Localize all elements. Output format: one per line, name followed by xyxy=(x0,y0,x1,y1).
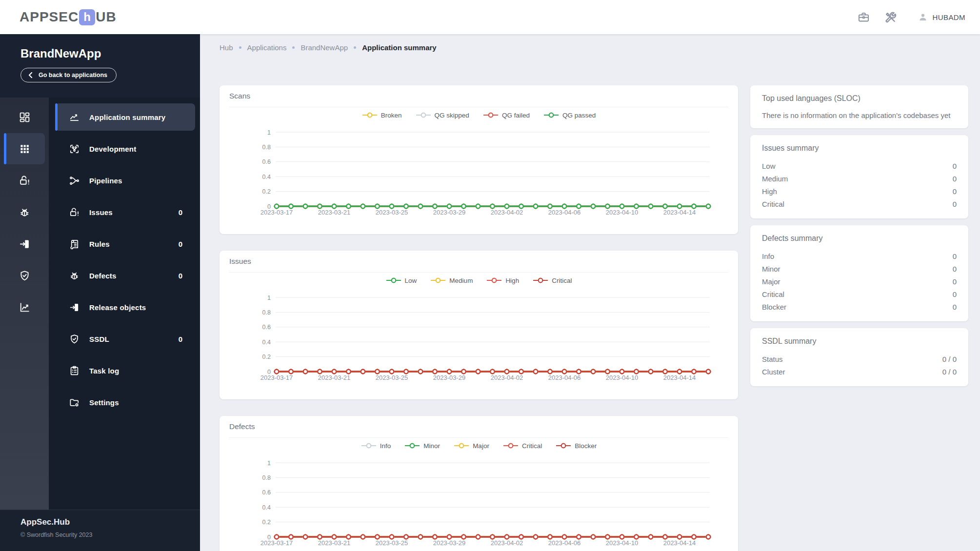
sidebar-item-release-objects[interactable]: Release objects xyxy=(55,294,195,321)
legend-label: Broken xyxy=(381,112,402,119)
svg-text:0.4: 0.4 xyxy=(262,339,271,346)
breadcrumb-separator xyxy=(292,46,295,49)
top-used-languages-sloc-panel: Top used languages (SLOC)There is no inf… xyxy=(750,85,968,128)
legend-marker-icon xyxy=(533,277,548,283)
tools-icon[interactable] xyxy=(884,11,897,24)
legend-marker-icon xyxy=(361,443,377,449)
legend-label: Minor xyxy=(423,442,440,450)
logo-text-left: APPSEC xyxy=(20,9,79,25)
legend-marker-icon xyxy=(430,277,446,283)
legend-item-medium[interactable]: Medium xyxy=(430,277,473,284)
summary-row-label: Critical xyxy=(762,198,784,211)
legend-label: Critical xyxy=(522,442,542,450)
sidebar-item-ssdl[interactable]: SSDL0 xyxy=(55,325,195,353)
shield-check-icon xyxy=(19,270,31,282)
sidebar-item-pipelines[interactable]: Pipelines xyxy=(55,167,195,194)
breadcrumb-separator xyxy=(354,46,356,49)
sidebar-item-task-log[interactable]: Task log xyxy=(55,357,195,384)
legend-marker-icon xyxy=(404,443,420,449)
summary-row-high: High0 xyxy=(762,185,957,198)
rail-item-unlock-alert[interactable] xyxy=(4,165,45,196)
app-logo[interactable]: APPSEC h UB xyxy=(20,9,117,25)
breadcrumb-application-summary: Application summary xyxy=(362,43,437,52)
summary-row-label: Medium xyxy=(762,173,788,185)
sidebar-item-development[interactable]: Development xyxy=(55,135,195,162)
back-to-applications-button[interactable]: Go back to applications xyxy=(20,68,117,82)
svg-text:0.6: 0.6 xyxy=(262,158,271,165)
legend-item-qg-skipped[interactable]: QG skipped xyxy=(416,112,469,119)
menu-item-label: Issues xyxy=(89,208,179,216)
svg-text:0.4: 0.4 xyxy=(262,174,271,180)
svg-text:2023-03-21: 2023-03-21 xyxy=(318,209,351,216)
sidebar-item-application-summary[interactable]: Application summary xyxy=(55,103,195,131)
shield-check-icon xyxy=(69,334,80,345)
svg-text:2023-03-21: 2023-03-21 xyxy=(318,539,351,547)
briefcase-icon[interactable] xyxy=(857,11,870,24)
breadcrumb-applications[interactable]: Applications xyxy=(247,43,287,52)
summary-row-label: Low xyxy=(762,160,776,173)
legend-label: Medium xyxy=(449,277,473,284)
rail-item-bug[interactable] xyxy=(4,197,45,228)
rail-item-chart-axes[interactable] xyxy=(4,292,45,323)
rail-item-exit[interactable] xyxy=(4,228,45,259)
legend-marker-icon xyxy=(454,443,469,449)
legend-item-critical[interactable]: Critical xyxy=(533,277,572,284)
legend-marker-icon xyxy=(362,112,378,118)
menu-item-label: Settings xyxy=(89,398,182,407)
summary-row-label: Minor xyxy=(762,263,780,276)
chevron-left-icon xyxy=(28,72,33,78)
legend-item-low[interactable]: Low xyxy=(386,277,417,284)
breadcrumb-hub[interactable]: Hub xyxy=(220,43,233,52)
unlock-alert-icon xyxy=(19,175,31,187)
issues-line-chart: 10.80.60.40.202023-03-172023-03-212023-0… xyxy=(229,288,728,386)
svg-text:2023-03-17: 2023-03-17 xyxy=(260,374,293,381)
svg-text:2023-03-25: 2023-03-25 xyxy=(376,374,408,381)
bug-icon xyxy=(69,270,80,281)
legend-item-info[interactable]: Info xyxy=(361,442,391,450)
legend-item-broken[interactable]: Broken xyxy=(362,112,402,119)
svg-text:2023-03-17: 2023-03-17 xyxy=(260,539,293,547)
summary-row-label: Info xyxy=(762,250,774,263)
sidebar-item-settings[interactable]: Settings xyxy=(55,389,195,416)
legend-label: High xyxy=(505,277,519,284)
logo-text-right: UB xyxy=(96,9,116,25)
legend-item-minor[interactable]: Minor xyxy=(404,442,440,450)
svg-text:2023-04-06: 2023-04-06 xyxy=(548,209,581,216)
legend-item-critical[interactable]: Critical xyxy=(503,442,542,450)
menu-item-label: Pipelines xyxy=(89,177,182,185)
topbar-actions: HUBADM xyxy=(857,11,965,24)
svg-text:2023-04-14: 2023-04-14 xyxy=(663,539,696,547)
panel-title: Top used languages (SLOC) xyxy=(762,94,957,103)
issues-summary-panel: Issues summaryLow0Medium0High0Critical0 xyxy=(750,135,968,218)
rail-item-grid[interactable] xyxy=(4,133,45,164)
summary-row-value: 0 xyxy=(953,198,957,211)
main-content: HubApplicationsBrandNewAppApplication su… xyxy=(200,34,980,551)
svg-text:2023-04-02: 2023-04-02 xyxy=(491,374,523,381)
rail-item-dashboard[interactable] xyxy=(4,101,45,133)
legend-marker-icon xyxy=(486,277,502,283)
legend-item-qg-passed[interactable]: QG passed xyxy=(543,112,596,119)
summary-row-value: 0 xyxy=(953,288,957,301)
user-menu[interactable]: HUBADM xyxy=(918,12,965,22)
summary-row-label: Major xyxy=(762,276,780,288)
panel-title: Defects summary xyxy=(762,234,957,243)
rail-item-shield-check[interactable] xyxy=(4,260,45,291)
sidebar-item-rules[interactable]: Rules0 xyxy=(55,230,195,257)
legend-item-qg-failed[interactable]: QG failed xyxy=(483,112,530,119)
legend-label: Blocker xyxy=(575,442,597,450)
breadcrumb-brandnewapp[interactable]: BrandNewApp xyxy=(300,43,348,52)
rules-icon xyxy=(69,238,80,250)
sidebar-item-defects[interactable]: Defects0 xyxy=(55,262,195,289)
legend-label: QG skipped xyxy=(435,112,469,119)
legend-marker-icon xyxy=(556,443,571,449)
summary-row-blocker: Blocker0 xyxy=(762,301,957,314)
svg-text:0.2: 0.2 xyxy=(262,354,271,360)
svg-text:0.4: 0.4 xyxy=(262,504,271,511)
chart-card-header: Issues xyxy=(229,251,728,273)
menu-item-label: SSDL xyxy=(89,335,179,343)
sidebar-item-issues[interactable]: Issues0 xyxy=(55,198,195,226)
legend-item-major[interactable]: Major xyxy=(454,442,489,450)
legend-item-high[interactable]: High xyxy=(486,277,519,284)
menu-item-label: Release objects xyxy=(89,303,182,312)
legend-item-blocker[interactable]: Blocker xyxy=(556,442,597,450)
